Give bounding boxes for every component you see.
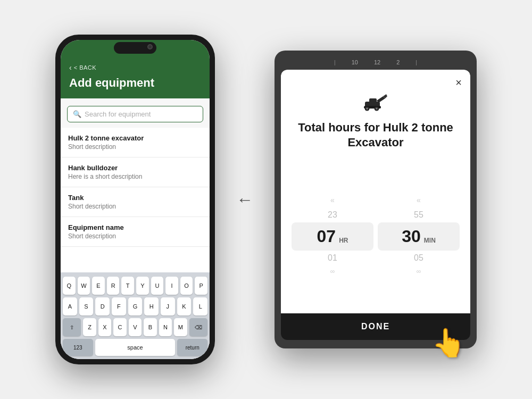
- svg-rect-6: [369, 98, 377, 103]
- keyboard-row-3: ⇧ Z X C V B N M ⌫: [63, 318, 207, 336]
- key-h[interactable]: H: [144, 297, 159, 315]
- key-u[interactable]: U: [151, 277, 164, 295]
- hours-below-2: ∞: [328, 266, 337, 278]
- key-m[interactable]: M: [174, 318, 187, 336]
- key-b[interactable]: B: [144, 318, 156, 336]
- tablet-top-bar: | 10 12 2 |: [281, 57, 470, 68]
- minutes-below-2: ∞: [414, 266, 423, 278]
- list-item[interactable]: Equipment name Short description: [61, 217, 210, 247]
- keyboard-row-2: A S D F G H J K L: [63, 297, 207, 315]
- phone-camera: [147, 44, 153, 49]
- key-f[interactable]: F: [112, 297, 126, 315]
- delete-key[interactable]: ⌫: [189, 318, 207, 336]
- navigation-arrow: ←: [236, 190, 253, 210]
- minutes-below-1: 05: [414, 251, 423, 266]
- excavator-icon: [363, 90, 388, 116]
- time-picker-inner: « 23 07 HR 01 ∞: [292, 194, 460, 277]
- modal-icon-row: [281, 88, 470, 120]
- list-item[interactable]: Tank Short description: [61, 187, 210, 217]
- key-g[interactable]: G: [128, 297, 143, 315]
- modal-heading: Total hours for Hulk 2 tonne Excavator: [281, 120, 470, 158]
- equipment-name: Tank: [68, 194, 202, 202]
- tablet-tick-5: |: [415, 60, 417, 65]
- hours-below: 01 ∞: [328, 251, 337, 277]
- tablet-screen: × Total hours fo: [281, 70, 470, 340]
- tablet-tick-4: 2: [396, 59, 400, 65]
- arrow-left-icon: ←: [236, 190, 253, 210]
- hours-label: HR: [339, 237, 348, 244]
- minutes-above-1: «: [414, 194, 423, 207]
- key-l[interactable]: L: [193, 297, 207, 315]
- key-x[interactable]: X: [98, 318, 111, 336]
- minutes-current-row: 30 MIN: [378, 222, 460, 251]
- phone-screen: ‹ < BACK Add equipment 🔍 Search for equi…: [61, 40, 210, 359]
- equipment-desc: Here is a short description: [68, 173, 202, 180]
- minutes-below: 05 ∞: [414, 251, 423, 277]
- key-n[interactable]: N: [159, 318, 172, 336]
- num-key[interactable]: 123: [63, 339, 93, 356]
- hours-below-1: 01: [328, 251, 337, 266]
- minutes-label: MIN: [424, 237, 436, 244]
- key-y[interactable]: Y: [136, 277, 149, 295]
- search-placeholder: Search for equipment: [85, 110, 151, 118]
- hours-above-2: 23: [328, 207, 337, 223]
- tablet-tick-3: 12: [374, 59, 380, 65]
- list-item[interactable]: Hank bulldozer Here is a short descripti…: [61, 157, 210, 187]
- key-v[interactable]: V: [129, 318, 142, 336]
- key-k[interactable]: K: [177, 297, 192, 315]
- key-e[interactable]: E: [92, 277, 105, 295]
- svg-point-3: [367, 108, 368, 110]
- equipment-desc: Short description: [68, 203, 202, 210]
- hours-above-1: «: [328, 194, 337, 207]
- key-t[interactable]: T: [121, 277, 134, 295]
- phone-frame: ‹ < BACK Add equipment 🔍 Search for equi…: [55, 35, 215, 364]
- equipment-name: Hank bulldozer: [68, 164, 202, 172]
- tablet-tick-2: 10: [352, 59, 358, 65]
- return-key[interactable]: return: [177, 339, 207, 356]
- hours-value: 07: [317, 227, 336, 246]
- back-label: < BACK: [74, 64, 96, 71]
- space-key[interactable]: space: [95, 339, 176, 356]
- modal-close-row: ×: [281, 70, 470, 88]
- key-c[interactable]: C: [113, 318, 126, 336]
- hours-column[interactable]: « 23 07 HR 01 ∞: [292, 194, 373, 277]
- equipment-name: Hulk 2 tonne excavator: [68, 134, 202, 142]
- phone-back-nav[interactable]: ‹ < BACK: [69, 63, 201, 72]
- back-arrow-icon: ‹: [69, 63, 72, 72]
- done-button[interactable]: DONE: [361, 322, 390, 331]
- equipment-desc: Short description: [68, 143, 202, 151]
- key-q[interactable]: Q: [63, 277, 76, 295]
- key-z[interactable]: Z: [83, 318, 96, 336]
- list-item[interactable]: Hulk 2 tonne excavator Short description: [61, 128, 210, 157]
- search-box[interactable]: 🔍 Search for equipment: [67, 106, 203, 122]
- key-i[interactable]: I: [165, 277, 178, 295]
- minutes-column[interactable]: « 55 30 MIN 05 ∞: [378, 194, 460, 277]
- hours-above: « 23: [328, 194, 337, 222]
- key-o[interactable]: O: [180, 277, 193, 295]
- minutes-value: 30: [402, 227, 421, 246]
- shift-key[interactable]: ⇧: [63, 318, 81, 336]
- tablet-tick-1: |: [334, 60, 336, 65]
- minutes-above-2: 55: [414, 207, 423, 223]
- hand-cursor-icon: 👆: [431, 327, 466, 359]
- phone-content: 🔍 Search for equipment Hulk 2 tonne exca…: [61, 98, 210, 359]
- tablet-frame: | 10 12 2 | ×: [275, 51, 477, 348]
- key-j[interactable]: J: [161, 297, 175, 315]
- equipment-desc: Short description: [68, 232, 202, 240]
- search-icon: 🔍: [73, 110, 81, 118]
- key-w[interactable]: W: [78, 277, 90, 295]
- keyboard-row-1: Q W E R T Y U I O P: [63, 277, 207, 295]
- key-p[interactable]: P: [195, 277, 207, 295]
- equipment-list: Hulk 2 tonne excavator Short description…: [61, 128, 210, 272]
- phone-page-title: Add equipment: [69, 76, 201, 90]
- hours-current-row: 07 HR: [292, 222, 373, 251]
- modal-close-button[interactable]: ×: [455, 77, 462, 88]
- search-container: 🔍 Search for equipment: [61, 98, 210, 128]
- modal-card: × Total hours fo: [281, 70, 470, 313]
- key-r[interactable]: R: [107, 277, 120, 295]
- key-a[interactable]: A: [63, 297, 77, 315]
- time-picker[interactable]: « 23 07 HR 01 ∞: [281, 158, 470, 313]
- keyboard-bottom-row: 123 space return: [63, 339, 207, 356]
- key-s[interactable]: S: [79, 297, 94, 315]
- key-d[interactable]: D: [95, 297, 110, 315]
